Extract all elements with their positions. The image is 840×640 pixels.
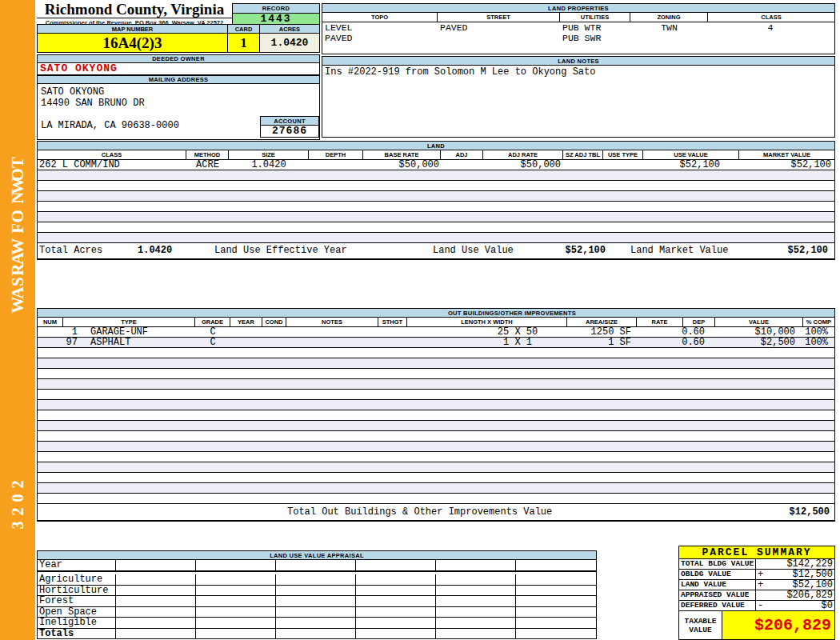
col-header: ADJ (441, 150, 483, 159)
empty-cell (516, 560, 596, 571)
ob-type: ASPHALT (90, 338, 130, 348)
out-buildings-empty-rows (38, 348, 834, 504)
ob-grade: C (195, 338, 230, 348)
year-cells (116, 560, 596, 571)
ob-area: 1 SF (608, 338, 631, 348)
land-properties-header-row: TOPO STREET UTILITIES ZONING CLASS (322, 13, 834, 22)
land-properties-values: LEVEL PAVED PUB WTR TWN 4 PAVED PUB SWR (322, 22, 834, 53)
county-header: Richmond County, Virginia Commissioner o… (37, 2, 232, 24)
land-market-value-label: Land Market Value (630, 243, 728, 258)
table-row: Open Space (38, 607, 596, 618)
empty-cell (116, 618, 196, 629)
col-header: SZ ADJ TBL (563, 150, 603, 159)
land-use-value-label: Land Use Value (433, 243, 514, 258)
zoning-value: TWN (630, 22, 708, 33)
obldg-value: $12,500 (766, 570, 834, 579)
ob-value: $2,500 (761, 338, 795, 348)
empty-row (38, 462, 834, 473)
map-card-acres-headers: MAP NUMBER CARD ACRES (37, 24, 320, 34)
empty-cell (436, 586, 516, 597)
col-header: RATE (637, 318, 683, 326)
empty-cell (116, 607, 196, 618)
land-title: LAND (38, 142, 834, 150)
out-building-row: 97 ASPHALT C 1 X 1 1 SF 0.60 $2,500 100% (38, 338, 834, 348)
empty-cell (196, 586, 276, 597)
deeded-owner-value: SATO OKYONG (37, 63, 320, 75)
card-label: CARD (228, 25, 260, 33)
vertical-letter: 3 (11, 508, 25, 543)
empty-cell (356, 574, 436, 586)
land-method: ACRE (186, 160, 229, 170)
appraised-value: $206,829 (766, 590, 834, 600)
horticulture-cells (116, 586, 596, 597)
out-building-row: 1 GARAGE-UNF C 25 X 50 1250 SF 0.60 $10,… (38, 327, 834, 338)
operator (756, 559, 766, 569)
row-label-agriculture: Agriculture (38, 574, 116, 586)
operator: + (756, 580, 766, 590)
col-header: ADJ RATE (483, 150, 563, 159)
empty-cell (196, 596, 276, 607)
table-row: LEVEL PAVED PUB WTR TWN 4 (322, 22, 834, 33)
col-header: YEAR (230, 318, 262, 326)
utilities-value: PUB SWR (562, 33, 601, 43)
row-label-horticulture: Horticulture (38, 586, 116, 597)
empty-cell (116, 574, 196, 586)
vertical-letter: W (12, 287, 24, 322)
empty-row (38, 483, 834, 494)
col-header: VALUE (715, 318, 803, 326)
empty-row (38, 170, 834, 181)
topo-value: PAVED (325, 33, 353, 43)
sidebar-banner: TOWNOFWARSAW 2023 (0, 0, 35, 640)
land-value: $52,100 (766, 580, 834, 590)
empty-row (38, 494, 834, 504)
parcel-summary-title: PARCEL SUMMARY (679, 546, 834, 559)
col-header: BASE RATE (363, 150, 441, 159)
open-space-cells (116, 607, 596, 618)
map-card-acres-values: 16A4(2)3 1 1.0420 (37, 34, 320, 53)
col-header: STHGT (378, 318, 407, 326)
empty-row (38, 379, 834, 390)
empty-cell (116, 596, 196, 607)
utilities-value: PUB WTR (562, 22, 601, 33)
appraised-value-label: APPRAISED VALUE (679, 590, 756, 600)
total-bldg-value-label: TOTAL BLDG VALUE (679, 559, 756, 569)
empty-cell (436, 560, 516, 571)
col-header: SIZE (229, 150, 309, 159)
land-use-value: $52,100 (518, 243, 606, 258)
land-properties-title: LAND PROPERTIES (322, 4, 834, 13)
empty-cell (116, 560, 196, 571)
col-header-street: STREET (438, 13, 560, 22)
summary-row: DEFERRED VALUE -$0 (679, 601, 834, 611)
empty-row (38, 233, 834, 243)
acres-value: 1.0420 (260, 34, 319, 52)
col-header: USE TYPE (603, 150, 643, 159)
empty-cell (436, 607, 516, 618)
land-notes-box: LAND NOTES Ins #2022-919 from Solomon M … (322, 56, 835, 138)
empty-cell (276, 586, 356, 597)
col-header: METHOD (186, 150, 229, 159)
empty-row (38, 452, 834, 462)
empty-cell (516, 586, 596, 597)
empty-cell (516, 607, 596, 618)
land-properties-table: LAND PROPERTIES TOPO STREET UTILITIES ZO… (322, 3, 835, 54)
land-notes-title: LAND NOTES (322, 57, 834, 66)
parcel-summary: PARCEL SUMMARY TOTAL BLDG VALUE $142,229… (678, 546, 835, 640)
deferred-value-label: DEFERRED VALUE (679, 601, 756, 610)
row-label-open-space: Open Space (38, 607, 116, 618)
land-value-label: LAND VALUE (679, 580, 756, 590)
land-notes-text: Ins #2022-919 from Solomon M Lee to Okyo… (322, 66, 834, 78)
empty-row (38, 442, 834, 452)
col-header-topo: TOPO (322, 13, 438, 22)
empty-row (38, 181, 834, 191)
row-label-totals: Totals (38, 629, 116, 640)
out-buildings-header-row: NUM TYPE GRADE YEAR COND NOTES STHGT LEN… (38, 318, 834, 327)
sidebar-year: 2023 (0, 478, 35, 532)
land-table: LAND CLASS METHOD SIZE DEPTH BASE RATE A… (37, 141, 835, 260)
empty-cell (196, 607, 276, 618)
ob-num: 97 (38, 338, 79, 348)
empty-cell (276, 596, 356, 607)
property-record-card: { "sidebar": { "title": "TOWN OF WARSAW"… (0, 0, 840, 640)
col-header: LENGTH X WIDTH (407, 318, 567, 326)
col-header-utilities: UTILITIES (560, 13, 630, 22)
table-row: Ineligible (38, 618, 596, 629)
